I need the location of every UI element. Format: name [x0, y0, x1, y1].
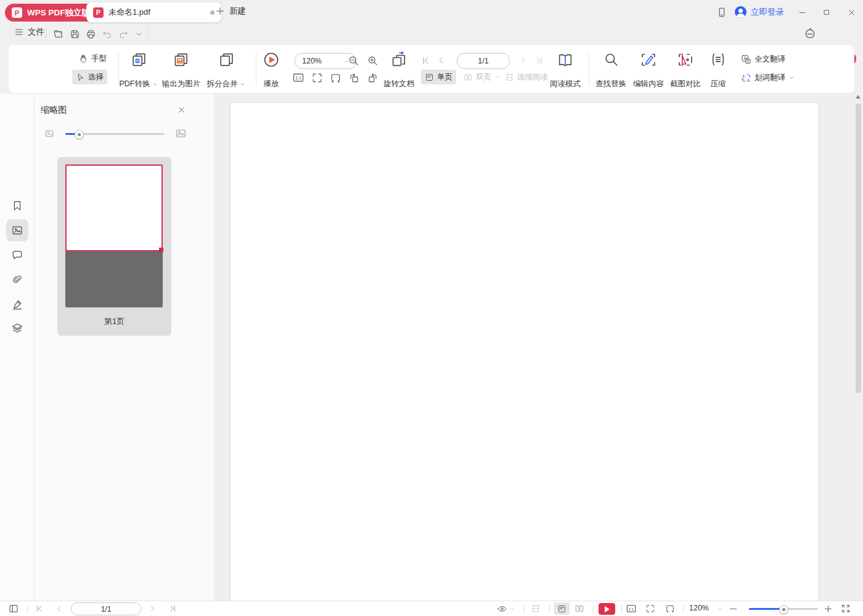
play-button[interactable]: 播放	[260, 50, 282, 93]
zoom-level-dropdown[interactable]	[717, 606, 723, 612]
last-page-icon	[534, 55, 544, 66]
word-translate-icon: 文 A	[741, 73, 751, 83]
thumbnail-zoom-small-icon[interactable]	[44, 129, 54, 139]
hand-tool-button[interactable]: 手型	[75, 51, 110, 66]
zoom-out-button[interactable]	[729, 604, 738, 614]
single-page-button[interactable]	[554, 602, 570, 615]
fullscreen-button[interactable]	[841, 604, 851, 614]
zoom-in-button[interactable]	[366, 54, 379, 67]
vertical-scrollbar[interactable]	[856, 103, 861, 393]
edit-content-button[interactable]: 编辑内容	[631, 50, 666, 93]
last-page-button[interactable]	[532, 54, 546, 67]
zoom-in-button[interactable]	[824, 604, 833, 614]
hand-icon	[78, 54, 88, 63]
print-button[interactable]	[83, 26, 99, 41]
attachments-panel-button[interactable]	[6, 269, 28, 291]
pdf-page[interactable]	[230, 102, 819, 602]
page-thumbnail[interactable]: 第1页	[57, 157, 171, 336]
fit-width-button[interactable]	[665, 604, 675, 614]
fit-page-button[interactable]	[645, 604, 655, 614]
previous-page-icon	[436, 55, 446, 65]
document-tab[interactable]: P 未命名1.pdf	[86, 2, 221, 22]
fit-width-button[interactable]	[329, 71, 342, 84]
pdf-convert-button[interactable]: W PDF转换	[117, 50, 161, 93]
rotate-document-button[interactable]: 旋转文档	[381, 50, 417, 93]
find-replace-button[interactable]: 查找替换	[593, 50, 629, 93]
layers-panel-button[interactable]	[6, 317, 28, 339]
screenshot-compare-button[interactable]: 截图对比	[668, 50, 703, 93]
page-number-input[interactable]: 1/1	[457, 53, 510, 69]
thumbnail-viewport-rect[interactable]	[65, 164, 163, 251]
view-mode-dropdown[interactable]	[497, 604, 515, 614]
minimize-button[interactable]	[793, 4, 811, 20]
compress-button[interactable]: 压缩	[708, 50, 729, 93]
read-mode-button[interactable]: 阅读模式	[547, 50, 583, 93]
previous-page-button[interactable]	[435, 54, 448, 67]
continuous-reading-button[interactable]: 连续阅读	[501, 70, 552, 84]
undo-button[interactable]	[99, 26, 115, 41]
full-text-translate-button[interactable]: A 文 全文翻译	[737, 52, 789, 67]
double-page-button[interactable]: 双页	[460, 70, 504, 84]
save-icon	[70, 29, 80, 39]
assistant-button[interactable]	[802, 26, 818, 41]
redo-icon	[118, 29, 129, 39]
slider-thumb[interactable]	[75, 130, 84, 139]
thumbnails-panel-button[interactable]	[6, 219, 28, 241]
thumbnail-zoom-large-icon[interactable]	[175, 128, 187, 139]
thumbnail-size-slider[interactable]	[65, 133, 164, 135]
rotate-right-button[interactable]	[366, 71, 379, 84]
page-number-input[interactable]: 1/1	[71, 602, 141, 615]
screenshot-compare-icon	[677, 51, 694, 68]
export-image-button[interactable]: 输出为图片	[160, 50, 203, 93]
quick-access-dropdown[interactable]	[131, 26, 147, 41]
zoom-slider[interactable]	[749, 608, 818, 610]
bookmarks-panel-button[interactable]	[6, 195, 28, 217]
next-page-button[interactable]	[516, 54, 530, 67]
save-button[interactable]	[67, 26, 83, 41]
single-page-button[interactable]: 单页	[421, 70, 456, 84]
presentation-play-button[interactable]	[599, 603, 615, 615]
titlebar: P WPS PDF独立版 P 未命名1.pdf 新建 立即登录	[0, 0, 863, 25]
maximize-button[interactable]	[817, 4, 836, 20]
first-page-button[interactable]	[419, 54, 432, 67]
fit-page-button[interactable]	[310, 71, 324, 84]
select-tool-button[interactable]: 选择	[72, 70, 107, 84]
mobile-device-icon[interactable]	[713, 4, 731, 20]
statusbar: 1/1 120%	[0, 601, 863, 616]
double-page-icon	[575, 604, 584, 614]
slider-thumb[interactable]	[779, 605, 788, 614]
word-translate-button[interactable]: 文 A 划词翻译	[737, 70, 798, 85]
split-merge-button[interactable]: 拆分合并	[205, 50, 248, 93]
comments-panel-button[interactable]	[6, 244, 28, 266]
open-file-button[interactable]	[51, 26, 67, 41]
redo-button[interactable]	[115, 26, 131, 41]
new-tab-button[interactable]: 新建	[215, 6, 246, 17]
bookmark-icon	[11, 200, 23, 212]
chevron-down-icon	[240, 81, 246, 87]
double-page-button[interactable]	[575, 604, 584, 614]
continuous-reading-button[interactable]	[531, 604, 541, 614]
last-page-button[interactable]	[168, 604, 178, 614]
close-button[interactable]	[842, 4, 861, 20]
minus-icon	[729, 604, 738, 614]
zoom-level-value[interactable]: 120%	[689, 604, 709, 612]
previous-page-button[interactable]	[55, 604, 63, 613]
first-page-button[interactable]	[35, 604, 44, 614]
next-page-button[interactable]	[148, 604, 157, 613]
actual-size-button[interactable]	[626, 603, 637, 614]
viewport-resize-handle[interactable]	[159, 248, 163, 252]
file-menu-button[interactable]: 文件	[14, 26, 44, 38]
toggle-sidebar-button[interactable]	[8, 603, 19, 614]
app-menu-button[interactable]: P WPS PDF独立版	[5, 4, 99, 22]
panel-close-button[interactable]	[174, 103, 188, 116]
first-page-icon	[420, 55, 431, 66]
rotate-left-button[interactable]	[347, 71, 361, 84]
login-button[interactable]: 立即登录	[735, 6, 784, 18]
divider	[593, 605, 594, 613]
zoom-out-button[interactable]	[346, 54, 360, 67]
signature-panel-button[interactable]	[6, 293, 28, 315]
scrollbar-up-arrow[interactable]	[856, 95, 861, 99]
actual-size-button[interactable]	[292, 71, 305, 84]
svg-text:W: W	[136, 59, 140, 63]
divider	[549, 605, 550, 613]
